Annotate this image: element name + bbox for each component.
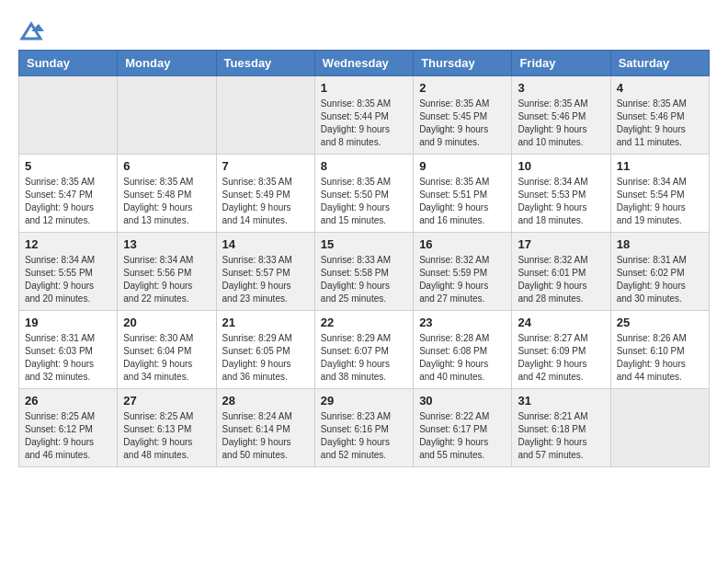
day-info: Sunrise: 8:35 AM Sunset: 5:44 PM Dayligh… <box>321 98 407 149</box>
calendar-day-cell: 29Sunrise: 8:23 AM Sunset: 6:16 PM Dayli… <box>314 389 413 467</box>
day-info: Sunrise: 8:34 AM Sunset: 5:53 PM Dayligh… <box>518 176 604 227</box>
day-number: 27 <box>123 394 210 408</box>
calendar-body: 1Sunrise: 8:35 AM Sunset: 5:44 PM Daylig… <box>19 76 710 467</box>
calendar-day-cell: 9Sunrise: 8:35 AM Sunset: 5:51 PM Daylig… <box>414 155 512 233</box>
day-number: 9 <box>419 159 506 173</box>
day-info: Sunrise: 8:34 AM Sunset: 5:54 PM Dayligh… <box>617 176 703 227</box>
calendar-week-row: 12Sunrise: 8:34 AM Sunset: 5:55 PM Dayli… <box>19 233 710 311</box>
weekday-header-cell: Thursday <box>414 51 512 76</box>
day-number: 15 <box>321 237 407 251</box>
calendar-day-cell: 10Sunrise: 8:34 AM Sunset: 5:53 PM Dayli… <box>512 155 610 233</box>
day-number: 16 <box>419 237 506 251</box>
day-info: Sunrise: 8:25 AM Sunset: 6:13 PM Dayligh… <box>123 410 210 462</box>
calendar-day-cell <box>118 76 216 155</box>
day-info: Sunrise: 8:33 AM Sunset: 5:57 PM Dayligh… <box>222 254 309 305</box>
day-info: Sunrise: 8:35 AM Sunset: 5:48 PM Dayligh… <box>123 176 210 227</box>
calendar-day-cell: 12Sunrise: 8:34 AM Sunset: 5:55 PM Dayli… <box>19 233 118 311</box>
day-number: 30 <box>419 394 506 408</box>
weekday-header-cell: Sunday <box>19 51 118 76</box>
day-info: Sunrise: 8:31 AM Sunset: 6:03 PM Dayligh… <box>25 332 111 384</box>
day-number: 20 <box>123 316 210 329</box>
day-info: Sunrise: 8:33 AM Sunset: 5:58 PM Dayligh… <box>321 254 407 305</box>
calendar-day-cell: 19Sunrise: 8:31 AM Sunset: 6:03 PM Dayli… <box>19 311 118 389</box>
calendar-day-cell <box>610 389 709 467</box>
day-number: 29 <box>321 394 407 408</box>
day-number: 4 <box>617 81 703 95</box>
calendar-week-row: 19Sunrise: 8:31 AM Sunset: 6:03 PM Dayli… <box>19 311 710 389</box>
day-number: 3 <box>518 81 604 95</box>
day-info: Sunrise: 8:25 AM Sunset: 6:12 PM Dayligh… <box>25 410 111 462</box>
calendar-week-row: 26Sunrise: 8:25 AM Sunset: 6:12 PM Dayli… <box>19 389 710 467</box>
calendar-day-cell: 26Sunrise: 8:25 AM Sunset: 6:12 PM Dayli… <box>19 389 118 467</box>
day-info: Sunrise: 8:29 AM Sunset: 6:05 PM Dayligh… <box>222 332 309 384</box>
calendar-day-cell: 25Sunrise: 8:26 AM Sunset: 6:10 PM Dayli… <box>610 311 709 389</box>
day-info: Sunrise: 8:35 AM Sunset: 5:45 PM Dayligh… <box>419 98 506 149</box>
calendar-day-cell: 23Sunrise: 8:28 AM Sunset: 6:08 PM Dayli… <box>414 311 512 389</box>
calendar-day-cell: 17Sunrise: 8:32 AM Sunset: 6:01 PM Dayli… <box>512 233 610 311</box>
day-info: Sunrise: 8:26 AM Sunset: 6:10 PM Dayligh… <box>617 332 703 384</box>
calendar-day-cell: 24Sunrise: 8:27 AM Sunset: 6:09 PM Dayli… <box>512 311 610 389</box>
day-number: 24 <box>518 316 604 329</box>
page-header <box>9 9 719 50</box>
day-number: 10 <box>518 159 604 173</box>
logo-icon <box>18 18 44 44</box>
calendar-day-cell: 4Sunrise: 8:35 AM Sunset: 5:46 PM Daylig… <box>610 76 709 155</box>
calendar-day-cell: 2Sunrise: 8:35 AM Sunset: 5:45 PM Daylig… <box>414 76 512 155</box>
calendar-day-cell: 6Sunrise: 8:35 AM Sunset: 5:48 PM Daylig… <box>118 155 216 233</box>
day-info: Sunrise: 8:35 AM Sunset: 5:49 PM Dayligh… <box>222 176 309 227</box>
day-number: 28 <box>222 394 309 408</box>
calendar-week-row: 5Sunrise: 8:35 AM Sunset: 5:47 PM Daylig… <box>19 155 710 233</box>
day-number: 12 <box>25 237 111 251</box>
day-number: 5 <box>25 159 111 173</box>
day-number: 26 <box>25 394 111 408</box>
day-number: 14 <box>222 237 309 251</box>
day-info: Sunrise: 8:32 AM Sunset: 6:01 PM Dayligh… <box>518 254 604 305</box>
day-info: Sunrise: 8:22 AM Sunset: 6:17 PM Dayligh… <box>419 410 506 462</box>
calendar-day-cell <box>216 76 314 155</box>
day-number: 13 <box>123 237 210 251</box>
day-info: Sunrise: 8:24 AM Sunset: 6:14 PM Dayligh… <box>222 410 309 462</box>
day-number: 21 <box>222 316 309 329</box>
weekday-header-cell: Monday <box>118 51 216 76</box>
day-info: Sunrise: 8:23 AM Sunset: 6:16 PM Dayligh… <box>321 410 407 462</box>
day-number: 17 <box>518 237 604 251</box>
weekday-header-cell: Friday <box>512 51 610 76</box>
day-number: 2 <box>419 81 506 95</box>
day-number: 19 <box>25 316 111 329</box>
calendar-day-cell: 5Sunrise: 8:35 AM Sunset: 5:47 PM Daylig… <box>19 155 118 233</box>
calendar-day-cell: 20Sunrise: 8:30 AM Sunset: 6:04 PM Dayli… <box>118 311 216 389</box>
day-info: Sunrise: 8:32 AM Sunset: 5:59 PM Dayligh… <box>419 254 506 305</box>
day-info: Sunrise: 8:35 AM Sunset: 5:46 PM Dayligh… <box>617 98 703 149</box>
logo <box>18 18 48 44</box>
calendar-day-cell: 27Sunrise: 8:25 AM Sunset: 6:13 PM Dayli… <box>118 389 216 467</box>
calendar-day-cell: 30Sunrise: 8:22 AM Sunset: 6:17 PM Dayli… <box>414 389 512 467</box>
day-number: 6 <box>123 159 210 173</box>
day-info: Sunrise: 8:31 AM Sunset: 6:02 PM Dayligh… <box>617 254 703 305</box>
day-info: Sunrise: 8:34 AM Sunset: 5:55 PM Dayligh… <box>25 254 111 305</box>
calendar-day-cell: 16Sunrise: 8:32 AM Sunset: 5:59 PM Dayli… <box>414 233 512 311</box>
day-number: 11 <box>617 159 703 173</box>
weekday-header-cell: Wednesday <box>314 51 413 76</box>
calendar-day-cell: 31Sunrise: 8:21 AM Sunset: 6:18 PM Dayli… <box>512 389 610 467</box>
day-number: 1 <box>321 81 407 95</box>
calendar-day-cell: 22Sunrise: 8:29 AM Sunset: 6:07 PM Dayli… <box>314 311 413 389</box>
day-number: 23 <box>419 316 506 329</box>
calendar-day-cell: 1Sunrise: 8:35 AM Sunset: 5:44 PM Daylig… <box>314 76 413 155</box>
calendar-day-cell: 15Sunrise: 8:33 AM Sunset: 5:58 PM Dayli… <box>314 233 413 311</box>
calendar-day-cell: 13Sunrise: 8:34 AM Sunset: 5:56 PM Dayli… <box>118 233 216 311</box>
day-number: 25 <box>617 316 703 329</box>
day-info: Sunrise: 8:27 AM Sunset: 6:09 PM Dayligh… <box>518 332 604 384</box>
calendar-day-cell: 14Sunrise: 8:33 AM Sunset: 5:57 PM Dayli… <box>216 233 314 311</box>
day-info: Sunrise: 8:34 AM Sunset: 5:56 PM Dayligh… <box>123 254 210 305</box>
day-info: Sunrise: 8:35 AM Sunset: 5:47 PM Dayligh… <box>25 176 111 227</box>
day-number: 7 <box>222 159 309 173</box>
day-info: Sunrise: 8:35 AM Sunset: 5:51 PM Dayligh… <box>419 176 506 227</box>
calendar-day-cell: 21Sunrise: 8:29 AM Sunset: 6:05 PM Dayli… <box>216 311 314 389</box>
calendar-day-cell: 11Sunrise: 8:34 AM Sunset: 5:54 PM Dayli… <box>610 155 709 233</box>
day-info: Sunrise: 8:35 AM Sunset: 5:50 PM Dayligh… <box>321 176 407 227</box>
day-info: Sunrise: 8:30 AM Sunset: 6:04 PM Dayligh… <box>123 332 210 384</box>
calendar-day-cell <box>19 76 118 155</box>
day-number: 8 <box>321 159 407 173</box>
weekday-header-cell: Saturday <box>610 51 709 76</box>
calendar-week-row: 1Sunrise: 8:35 AM Sunset: 5:44 PM Daylig… <box>19 76 710 155</box>
